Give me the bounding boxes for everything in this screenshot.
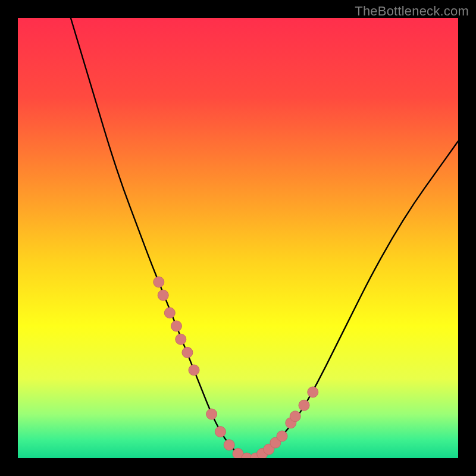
- outer-frame: TheBottleneck.com: [0, 0, 476, 476]
- highlight-marker: [176, 334, 186, 345]
- highlight-marker: [215, 427, 226, 437]
- marker-group: [154, 277, 318, 458]
- highlight-marker: [277, 431, 287, 441]
- highlight-marker: [206, 409, 217, 419]
- highlight-marker: [299, 400, 309, 411]
- highlight-marker: [308, 387, 318, 397]
- chart-svg: [18, 18, 458, 458]
- highlight-marker: [154, 277, 164, 287]
- highlight-marker: [158, 290, 168, 300]
- watermark-text: TheBottleneck.com: [355, 4, 469, 19]
- highlight-marker: [290, 411, 300, 422]
- highlight-marker: [224, 440, 234, 450]
- highlight-marker: [164, 308, 175, 318]
- highlight-marker: [182, 347, 193, 358]
- plot-area: [18, 18, 458, 458]
- highlight-marker: [171, 321, 181, 331]
- highlight-marker: [189, 365, 199, 375]
- bottleneck-curve: [71, 18, 458, 458]
